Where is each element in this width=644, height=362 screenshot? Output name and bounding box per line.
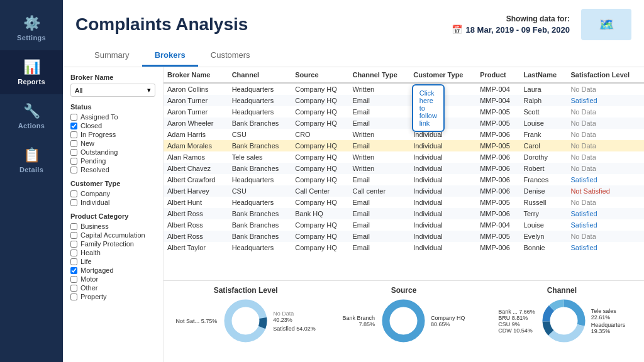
tab-brokers[interactable]: Brokers <box>142 45 198 67</box>
table-row[interactable]: Albert HuntHeadquartersCompany HQEmailIn… <box>164 197 644 208</box>
filter-business[interactable]: Business <box>70 222 155 230</box>
filter-health[interactable]: Health <box>70 249 155 256</box>
table-cell: Aaron Turner <box>164 95 228 106</box>
table-header-row: Broker Name Channel Source Channel Type … <box>164 67 644 83</box>
table-cell: Company HQ <box>291 231 348 242</box>
ch-label-csu: CSU 9% <box>498 321 535 327</box>
sidebar-label-settings: Settings <box>17 34 46 41</box>
filter-life[interactable]: Life <box>70 258 155 265</box>
filter-mortgaged[interactable]: Mortgaged <box>70 266 155 274</box>
filter-property[interactable]: Property <box>70 293 155 300</box>
table-row[interactable]: Alan RamosTele salesCompany HQWrittenInd… <box>164 151 644 163</box>
table-cell: MMP-005 <box>476 197 519 208</box>
table-cell: Adam Harris <box>164 129 228 140</box>
filter-company[interactable]: Company <box>70 190 155 197</box>
table-cell: Headquarters <box>228 83 292 95</box>
chevron-down-icon: ▾ <box>147 86 151 94</box>
table-cell: Company HQ <box>291 219 348 231</box>
table-row[interactable]: Albert CrawfordHeadquartersCompany HQEma… <box>164 174 644 185</box>
sidebar-item-reports[interactable]: 📊 Reports <box>0 50 63 94</box>
table-cell: MMP-006 <box>476 242 519 253</box>
chart-source: Source Bank Branch 7.85% <box>328 286 479 357</box>
table-cell: Albert Ross <box>164 219 228 231</box>
table-row[interactable]: Albert ChavezBank BranchesCompany HQWrit… <box>164 163 644 174</box>
table-cell: Written <box>349 151 410 163</box>
table-row[interactable]: Aaron TurnerHeadquartersCompany HQEmailI… <box>164 106 644 118</box>
table-row[interactable]: Aaron TurnerHeadquartersCompany HQEmailI… <box>164 95 644 106</box>
sidebar-item-details[interactable]: 📋 Details <box>0 138 63 182</box>
table-row[interactable]: Adam HarrisCSUCROWrittenIndividualMMP-00… <box>164 129 644 140</box>
table-row[interactable]: Aaron CollinsHeadquartersCompany HQWritt… <box>164 83 644 95</box>
table-cell: Email <box>349 219 410 231</box>
table-row[interactable]: Albert RossBank BranchesCompany HQEmailI… <box>164 219 644 231</box>
table-wrapper[interactable]: Broker Name Channel Source Channel Type … <box>164 67 644 280</box>
filter-assigned[interactable]: Assigned To <box>70 113 155 121</box>
col-source: Source <box>291 67 348 83</box>
col-lastname: LastName <box>519 67 567 83</box>
sidebar-label-actions: Actions <box>18 122 45 129</box>
table-cell: Company HQ <box>291 174 348 185</box>
filter-resolved[interactable]: Resolved <box>70 166 155 173</box>
table-cell: Company HQ <box>291 118 348 129</box>
filter-other[interactable]: Other <box>70 284 155 292</box>
table-cell: Written <box>349 129 410 140</box>
table-row[interactable]: Albert RossBank BranchesBank HQEmailIndi… <box>164 208 644 219</box>
sidebar-item-actions[interactable]: 🔧 Actions <box>0 94 63 138</box>
chart-satisfaction: Satisfaction Level Not Sat... 5.75% <box>170 286 321 357</box>
filter-family[interactable]: Family Protection <box>70 240 155 248</box>
table-cell: Call Center <box>291 185 348 197</box>
table-cell: Email <box>349 106 410 118</box>
table-row[interactable]: Aaron WheelerBank BranchesCompany HQEmai… <box>164 118 644 129</box>
header: Complaints Analysis Showing data for: 📅 … <box>63 0 644 67</box>
charts-row: Satisfaction Level Not Sat... 5.75% <box>164 280 644 362</box>
broker-name-dropdown[interactable]: All ▾ <box>70 84 155 97</box>
table-cell: Individual <box>409 242 476 253</box>
table-cell: Email <box>349 242 410 253</box>
date-range-value: 18 Mar, 2019 - 09 Feb, 2020 <box>466 25 570 35</box>
sidebar-item-settings[interactable]: ⚙️ Settings <box>0 6 63 50</box>
table-cell: Laura <box>519 83 567 95</box>
table-cell: Denise <box>519 185 567 197</box>
ch-label-telesales: Tele sales <box>591 308 626 314</box>
table-cell: Company HQ <box>291 242 348 253</box>
table-row[interactable]: Albert TaylorHeadquartersCompany HQEmail… <box>164 242 644 253</box>
filter-outstanding[interactable]: Outstanding <box>70 148 155 156</box>
table-row[interactable]: Albert HarveyCSUCall CenterCall centerIn… <box>164 185 644 197</box>
table-cell: Individual <box>409 231 476 242</box>
filter-closed[interactable]: Closed <box>70 122 155 129</box>
table-area: Broker Name Channel Source Channel Type … <box>164 67 644 362</box>
col-broker-name: Broker Name <box>164 67 228 83</box>
filter-inprogress[interactable]: In Progress <box>70 131 155 138</box>
table-cell: Albert Hunt <box>164 197 228 208</box>
filter-capital[interactable]: Capital Accumulation <box>70 231 155 239</box>
tab-customers[interactable]: Customers Click here to follow link <box>198 45 263 67</box>
table-cell: MMP-006 <box>476 163 519 174</box>
filter-status: Status Assigned To Closed In Progress Ne… <box>70 103 155 173</box>
table-row[interactable]: Adam MoralesBank BranchesCompany HQEmail… <box>164 140 644 151</box>
table-cell: Louise <box>519 219 567 231</box>
table-cell: Written <box>349 163 410 174</box>
actions-icon: 🔧 <box>23 103 40 119</box>
table-cell: Individual <box>409 140 476 151</box>
chart-channel-title: Channel <box>547 286 577 295</box>
table-cell: Tele sales <box>228 151 292 163</box>
table-row[interactable]: Albert RossBank BranchesCompany HQEmailI… <box>164 231 644 242</box>
table-cell: Aaron Turner <box>164 106 228 118</box>
customers-tooltip[interactable]: Click here to follow link <box>412 84 445 132</box>
table-cell: MMP-004 <box>476 219 519 231</box>
table-cell: Email <box>349 174 410 185</box>
filter-individual[interactable]: Individual <box>70 199 155 206</box>
table-cell: No Data <box>567 106 644 118</box>
table-cell: MMP-004 <box>476 95 519 106</box>
table-cell: Individual <box>409 174 476 185</box>
table-cell: Russell <box>519 197 567 208</box>
tab-summary[interactable]: Summary <box>82 45 142 67</box>
filter-motor[interactable]: Motor <box>70 275 155 283</box>
filter-new[interactable]: New <box>70 140 155 147</box>
filter-pending[interactable]: Pending <box>70 157 155 165</box>
svg-point-15 <box>551 309 576 334</box>
product-category-label: Product Category <box>70 212 155 220</box>
table-cell: No Data <box>567 118 644 129</box>
table-cell: Email <box>349 140 410 151</box>
table-cell: MMP-006 <box>476 151 519 163</box>
